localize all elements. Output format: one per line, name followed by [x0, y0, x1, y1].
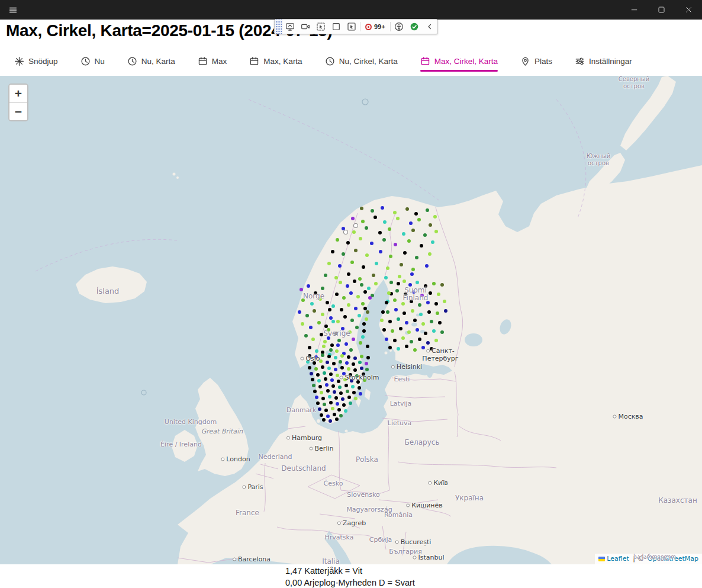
- tab-bar: SnödjupNuNu, KartaMaxMax, KartaNu, Cirke…: [0, 50, 702, 76]
- toolbar-drag-handle[interactable]: [275, 20, 282, 34]
- tab-max[interactable]: Max: [197, 53, 228, 73]
- calendar-icon: [198, 56, 208, 66]
- tab-label: Plats: [534, 57, 552, 66]
- map-attribution: Leaflet | © OpenStreetMap: [595, 554, 702, 564]
- tab-nu[interactable]: Nu: [79, 53, 106, 73]
- calendar-icon: [420, 56, 430, 66]
- tab-max-karta[interactable]: Max, Karta: [248, 53, 303, 73]
- ukraine-flag-icon: [598, 557, 605, 561]
- tab-snödjup[interactable]: Snödjup: [13, 53, 59, 73]
- map-base: [0, 76, 702, 564]
- video-button[interactable]: [298, 20, 313, 34]
- tab-label: Snödjup: [28, 57, 58, 66]
- window-icon: [331, 22, 341, 31]
- tab-inställningar[interactable]: Inställningar: [574, 53, 633, 73]
- title-bar: [0, 0, 702, 20]
- minimize-icon: [630, 5, 639, 14]
- legend-text: 1,47 Katterjåkk = Vit 0,00 Arjeplog-Myrh…: [285, 565, 415, 588]
- screen-share-icon: [285, 22, 295, 31]
- clock-icon: [127, 56, 137, 66]
- collapse-button[interactable]: [422, 20, 437, 34]
- pointer-box-icon: [347, 22, 356, 31]
- calendar-icon: [249, 56, 259, 66]
- tab-label: Nu, Cirkel, Karta: [339, 57, 398, 66]
- toolbar-separator: [390, 22, 391, 31]
- close-button[interactable]: [675, 0, 702, 20]
- settings-icon: [575, 56, 585, 66]
- leaflet-link[interactable]: Leaflet: [607, 555, 629, 563]
- tab-label: Max, Karta: [263, 57, 302, 66]
- pointer-box-button[interactable]: [344, 20, 359, 34]
- record-icon: [365, 24, 372, 30]
- hamburger-button[interactable]: [0, 0, 26, 20]
- badge-count: 99+: [374, 23, 385, 30]
- clock-icon: [80, 56, 91, 66]
- tab-nu-cirkel-karta[interactable]: Nu, Cirkel, Karta: [324, 53, 399, 73]
- pointer-capture-icon: [316, 22, 326, 31]
- collapse-icon: [425, 22, 434, 31]
- accessibility-button[interactable]: [391, 20, 407, 34]
- check-circle-icon: [410, 22, 419, 31]
- minimize-button[interactable]: [620, 0, 648, 20]
- video-icon: [301, 22, 310, 31]
- window-button[interactable]: [329, 20, 344, 34]
- map-canvas[interactable]: + − Leaflet | © OpenStreetMap: [0, 76, 702, 564]
- notification-badge[interactable]: 99+: [361, 23, 389, 30]
- tab-label: Max: [212, 57, 227, 66]
- pin-icon: [520, 56, 530, 66]
- status-bar: 1,47 Katterjåkk = Vit 0,00 Arjeplog-Myrh…: [0, 564, 702, 588]
- tab-nu-karta[interactable]: Nu, Karta: [126, 53, 176, 73]
- zoom-out-button[interactable]: −: [9, 102, 27, 120]
- zoom-control: + −: [8, 83, 28, 121]
- accessibility-icon: [394, 22, 404, 31]
- floating-toolbar[interactable]: 99+: [274, 19, 438, 34]
- tab-label: Max, Cirkel, Karta: [434, 57, 498, 66]
- legend-line-min: 0,00 Arjeplog-Myrheden D = Svart: [285, 577, 415, 588]
- maximize-button[interactable]: [648, 0, 675, 20]
- pointer-capture-button[interactable]: [313, 20, 329, 34]
- close-icon: [684, 5, 693, 14]
- hamburger-icon: [8, 5, 18, 15]
- attribution-separator: | ©: [631, 555, 646, 563]
- screen-share-button[interactable]: [282, 20, 298, 34]
- tab-label: Nu: [95, 57, 105, 66]
- zoom-in-button[interactable]: +: [9, 85, 27, 102]
- maximize-icon: [657, 5, 666, 14]
- check-circle-button[interactable]: [407, 20, 422, 34]
- window-controls: [620, 0, 702, 20]
- tab-label: Nu, Karta: [141, 57, 175, 66]
- toolbar-icons-right: [391, 20, 437, 34]
- openstreetmap-link[interactable]: OpenStreetMap: [648, 555, 698, 563]
- clock-icon: [325, 56, 335, 66]
- legend-line-max: 1,47 Katterjåkk = Vit: [285, 565, 415, 577]
- tab-max-cirkel-karta[interactable]: Max, Cirkel, Karta: [419, 53, 499, 73]
- toolbar-separator: [360, 22, 360, 31]
- tab-plats[interactable]: Plats: [519, 53, 553, 73]
- tab-label: Inställningar: [589, 57, 632, 66]
- snowflake-icon: [14, 56, 24, 66]
- toolbar-icons-left: [282, 20, 359, 34]
